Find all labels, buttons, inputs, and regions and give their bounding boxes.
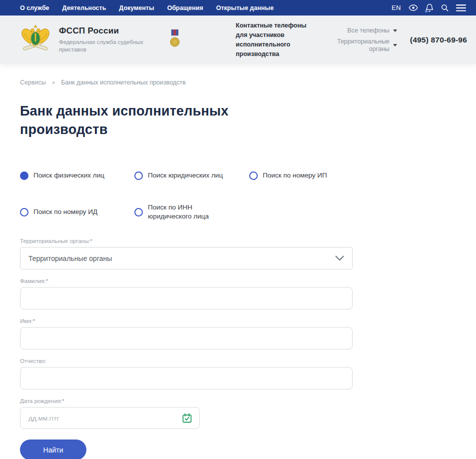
territorial-bodies-select-value: Территориальные органы bbox=[28, 254, 112, 262]
notification-dot bbox=[425, 10, 428, 12]
radio-label: Поиск физических лиц bbox=[33, 171, 104, 180]
birthdate-field-label: Дата рождения:* bbox=[20, 398, 353, 404]
chevron-down-icon bbox=[393, 30, 397, 32]
radio-label: Поиск юридических лиц bbox=[148, 171, 223, 180]
lastname-input[interactable] bbox=[20, 287, 353, 310]
radio-icon[interactable] bbox=[134, 208, 143, 216]
radio-search-by-id-number[interactable]: Поиск по номеру ИД bbox=[20, 208, 134, 216]
firstname-field-label: Имя:* bbox=[20, 318, 353, 324]
birthdate-input[interactable] bbox=[21, 408, 182, 428]
eye-icon[interactable] bbox=[409, 4, 418, 11]
nav-item-open-data[interactable]: Открытые данные bbox=[216, 4, 274, 12]
chevron-down-icon bbox=[335, 256, 344, 261]
radio-label: Поиск по номеру ИП bbox=[263, 171, 327, 180]
radio-icon[interactable] bbox=[249, 172, 258, 180]
radio-search-individuals[interactable]: Поиск физических лиц bbox=[20, 171, 134, 180]
chevron-down-icon bbox=[393, 44, 397, 46]
firstname-input[interactable] bbox=[20, 327, 353, 350]
breadcrumb-current: Банк данных исполнительных производств bbox=[61, 79, 186, 86]
menu-icon[interactable] bbox=[456, 4, 466, 12]
logo-block[interactable]: ФССП России Федеральная служба судебных … bbox=[20, 24, 145, 56]
fssp-emblem bbox=[20, 24, 51, 56]
search-form: Территориальные органы:* Территориальные… bbox=[20, 238, 353, 459]
territorial-bodies-field-label: Территориальные органы:* bbox=[20, 238, 353, 244]
phone-number[interactable]: (495) 870-69-96 bbox=[410, 36, 467, 44]
site-header: ФССП России Федеральная служба судебных … bbox=[0, 16, 476, 64]
territorial-bodies-dropdown[interactable]: Территориальные органы bbox=[331, 38, 397, 53]
main-content: Сервисы > Банк данных исполнительных про… bbox=[0, 79, 476, 459]
nav-item-appeals[interactable]: Обращения bbox=[167, 4, 203, 12]
nav-item-activity[interactable]: Деятельность bbox=[62, 4, 106, 12]
breadcrumb-separator-icon: > bbox=[52, 80, 55, 86]
territorial-bodies-label: Территориальные органы bbox=[331, 38, 390, 53]
patronymic-input[interactable] bbox=[20, 367, 353, 390]
breadcrumb: Сервисы > Банк данных исполнительных про… bbox=[20, 79, 476, 86]
radio-icon[interactable] bbox=[20, 172, 28, 180]
search-type-group: Поиск физических лиц Поиск юридических л… bbox=[20, 171, 360, 221]
radio-icon[interactable] bbox=[134, 172, 143, 180]
contact-phones-title: Контактные телефоны для участников испол… bbox=[236, 21, 312, 59]
all-phones-label: Все телефоны bbox=[347, 27, 390, 34]
birthdate-field bbox=[20, 407, 200, 429]
top-nav-bar: О службе Деятельность Документы Обращени… bbox=[0, 0, 476, 16]
language-toggle[interactable]: EN bbox=[392, 4, 401, 12]
all-phones-dropdown[interactable]: Все телефоны bbox=[347, 27, 397, 34]
nav-item-about[interactable]: О службе bbox=[20, 4, 49, 12]
radio-label: Поиск по ИНН юридического лица bbox=[148, 203, 228, 221]
breadcrumb-services[interactable]: Сервисы bbox=[20, 79, 46, 86]
bell-icon[interactable] bbox=[426, 4, 434, 12]
territorial-bodies-select[interactable]: Территориальные органы bbox=[20, 247, 353, 270]
lastname-field-label: Фамилия:* bbox=[20, 278, 353, 284]
radio-search-by-inn[interactable]: Поиск по ИНН юридического лица bbox=[134, 203, 249, 221]
radio-search-by-ip-number[interactable]: Поиск по номеру ИП bbox=[249, 171, 360, 180]
radio-label: Поиск по номеру ИД bbox=[33, 208, 97, 216]
calendar-check-icon[interactable] bbox=[182, 413, 192, 424]
patronymic-field-label: Отчество: bbox=[20, 358, 353, 364]
nav-item-documents[interactable]: Документы bbox=[119, 4, 154, 12]
top-nav-links: О службе Деятельность Документы Обращени… bbox=[20, 4, 274, 12]
org-name: ФССП России bbox=[59, 26, 145, 36]
medal-icon bbox=[170, 28, 180, 52]
page-title: Банк данных исполнительных производств bbox=[20, 102, 255, 139]
search-submit-button[interactable]: Найти bbox=[20, 440, 86, 459]
search-icon[interactable] bbox=[441, 4, 449, 12]
radio-icon[interactable] bbox=[20, 208, 28, 216]
radio-search-legal-entities[interactable]: Поиск юридических лиц bbox=[134, 171, 249, 180]
org-subtitle: Федеральная служба судебных приставов bbox=[59, 38, 145, 54]
